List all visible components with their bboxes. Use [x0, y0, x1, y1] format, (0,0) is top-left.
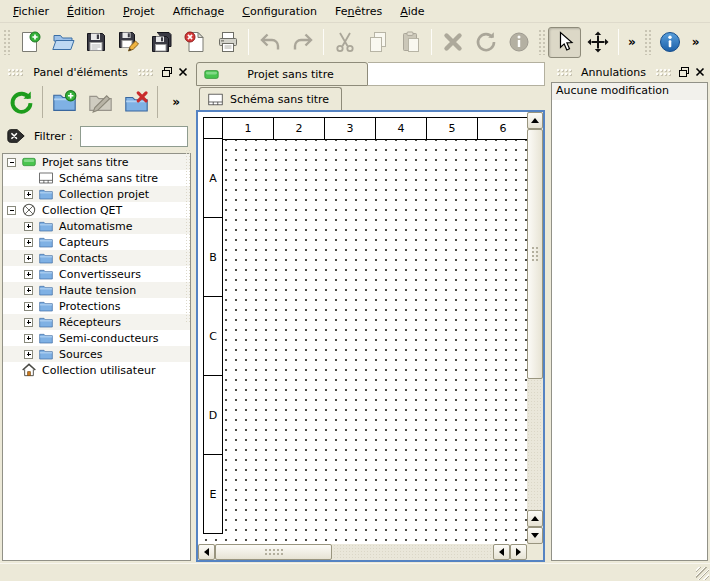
selection-mode-button[interactable]: [548, 27, 581, 58]
tree-item-collection-projet[interactable]: Collection projet: [3, 186, 190, 202]
tree-item-convertisseurs[interactable]: Convertisseurs: [3, 266, 190, 282]
menu-aide[interactable]: Aide: [391, 1, 433, 22]
tree-item-projet-sans-titre[interactable]: Projet sans titre: [3, 154, 190, 170]
scroll-left-button[interactable]: [198, 544, 215, 560]
save-button[interactable]: [79, 27, 112, 58]
scroll-up-button-2[interactable]: [527, 510, 543, 527]
row-header-E: E: [203, 454, 223, 534]
toolbar-grip[interactable]: [538, 29, 545, 55]
undo-panel-titlebar[interactable]: Annulations: [549, 62, 710, 82]
tree-item-label: Schéma sans titre: [59, 172, 158, 185]
close-project-button[interactable]: [178, 27, 211, 58]
tree-item-semi-conducteurs[interactable]: Semi-conducteurs: [3, 330, 190, 346]
column-header-4: 4: [375, 117, 427, 140]
delete-category-button[interactable]: [118, 84, 154, 120]
open-project-button[interactable]: [46, 27, 79, 58]
menu-projet[interactable]: Projet: [114, 1, 164, 22]
left-arrow-icon: [499, 548, 504, 556]
save-as-button[interactable]: [112, 27, 145, 58]
diagram-canvas[interactable]: 123456 ABCDE: [198, 112, 527, 544]
rotate-button[interactable]: [469, 27, 502, 58]
clear-filter-button[interactable]: [5, 126, 27, 146]
mode-toolbar-overflow-button[interactable]: »: [623, 35, 641, 49]
expand-icon[interactable]: [24, 270, 33, 279]
menu-edition[interactable]: Édition: [58, 1, 114, 22]
expand-icon[interactable]: [24, 222, 33, 231]
close-dock-icon[interactable]: [176, 66, 190, 79]
save-all-button[interactable]: [145, 27, 178, 58]
menu-configuration[interactable]: Configuration: [233, 1, 326, 22]
copy-icon: [366, 30, 390, 54]
expand-icon[interactable]: [24, 302, 33, 311]
tree-item-collection-utilisateur[interactable]: Collection utilisateur: [3, 362, 190, 378]
tree-scrollbar[interactable]: [185, 149, 190, 324]
float-dock-icon[interactable]: [160, 66, 174, 79]
new-project-button[interactable]: [13, 27, 46, 58]
tree-item-schema-sans-titre[interactable]: Schéma sans titre: [3, 170, 190, 186]
undo-list-item[interactable]: Aucune modification: [552, 83, 707, 100]
edit-category-button[interactable]: [82, 84, 118, 120]
expand-icon[interactable]: [24, 318, 33, 327]
redo-button[interactable]: [286, 27, 319, 58]
paste-button[interactable]: [394, 27, 427, 58]
expand-icon[interactable]: [24, 238, 33, 247]
horizontal-scrollbar-thumb[interactable]: [215, 544, 332, 560]
diagram-icon: [207, 92, 224, 107]
elements-panel-dock: Panel d'éléments » Filtrer : Projet sans…: [0, 62, 193, 561]
close-dock-icon[interactable]: [693, 66, 707, 79]
resize-grip[interactable]: [696, 567, 709, 580]
vertical-scrollbar[interactable]: [527, 112, 543, 544]
column-header-5: 5: [426, 117, 478, 140]
information-button[interactable]: [654, 27, 687, 58]
folder-icon: [38, 266, 54, 282]
reload-collections-button[interactable]: [3, 84, 39, 120]
new-document-icon: [18, 30, 42, 54]
tree-item-capteurs[interactable]: Capteurs: [3, 234, 190, 250]
menu-affichage[interactable]: Affichage: [164, 1, 234, 22]
properties-button[interactable]: [502, 27, 535, 58]
reload-icon: [8, 89, 35, 116]
undo-button[interactable]: [253, 27, 286, 58]
toolbar-grip[interactable]: [644, 29, 651, 55]
tree-item-sources[interactable]: Sources: [3, 346, 190, 362]
expand-icon[interactable]: [24, 334, 33, 343]
expand-icon[interactable]: [24, 350, 33, 359]
tree-item-recepteurs[interactable]: Récepteurs: [3, 314, 190, 330]
elements-panel-titlebar[interactable]: Panel d'éléments: [0, 62, 193, 82]
cut-button[interactable]: [328, 27, 361, 58]
tree-item-automatisme[interactable]: Automatisme: [3, 218, 190, 234]
scroll-up-button[interactable]: [527, 112, 543, 129]
tree-item-protections[interactable]: Protections: [3, 298, 190, 314]
pan-mode-button[interactable]: [581, 27, 614, 58]
toolbar-grip[interactable]: [3, 29, 10, 55]
tab-projet-sans-titre[interactable]: Projet sans titre: [196, 62, 368, 86]
expand-icon[interactable]: [24, 254, 33, 263]
panel-overflow-button[interactable]: »: [162, 95, 190, 109]
float-dock-icon[interactable]: [677, 66, 691, 79]
vertical-scrollbar-thumb[interactable]: [527, 129, 543, 379]
collapse-icon[interactable]: [7, 206, 16, 215]
tree-item-label: Automatisme: [59, 220, 133, 233]
menu-fenetres[interactable]: Fenêtres: [326, 1, 391, 22]
filter-input[interactable]: [80, 126, 188, 147]
toolbar-overflow-button[interactable]: »: [687, 35, 705, 49]
row-header-B: B: [203, 217, 223, 297]
qet-collection-icon: [21, 202, 37, 218]
collapse-icon[interactable]: [7, 158, 16, 167]
tree-item-label: Collection QET: [42, 204, 122, 217]
tree-item-collection-qet[interactable]: Collection QET: [3, 202, 190, 218]
menu-fichier[interactable]: Fichier: [4, 1, 58, 22]
copy-button[interactable]: [361, 27, 394, 58]
expand-icon[interactable]: [24, 190, 33, 199]
scroll-down-button[interactable]: [527, 527, 543, 544]
new-category-button[interactable]: [46, 84, 82, 120]
tab-schema-sans-titre[interactable]: Schéma sans titre: [199, 87, 342, 110]
scroll-left-button-2[interactable]: [493, 544, 510, 560]
tree-item-contacts[interactable]: Contacts: [3, 250, 190, 266]
tree-item-haute-tension[interactable]: Haute tension: [3, 282, 190, 298]
scroll-right-button[interactable]: [510, 544, 527, 560]
horizontal-scrollbar[interactable]: [198, 544, 527, 560]
print-button[interactable]: [211, 27, 244, 58]
expand-icon[interactable]: [24, 286, 33, 295]
delete-button[interactable]: [436, 27, 469, 58]
